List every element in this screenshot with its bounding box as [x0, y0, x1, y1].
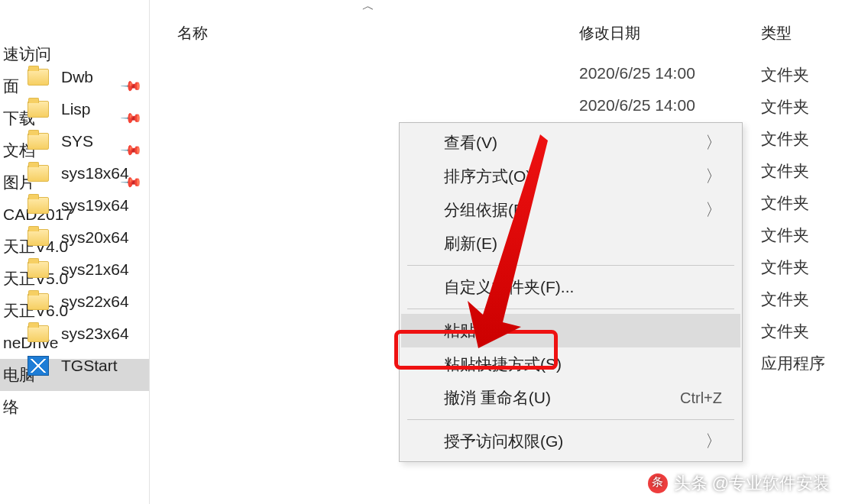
menu-item-label: 分组依据(P)	[444, 199, 529, 221]
menu-item[interactable]: 撤消 重命名(U)Ctrl+Z	[401, 381, 740, 415]
file-name: sys21x64	[61, 260, 129, 279]
file-name: SYS	[61, 132, 93, 150]
menu-item[interactable]: 排序方式(O)〉	[401, 160, 740, 193]
file-name: sys20x64	[61, 228, 129, 247]
file-date: 2020/6/25 14:00	[579, 64, 695, 82]
file-name: sys22x64	[61, 292, 129, 311]
sidebar-item[interactable]: 络	[0, 391, 149, 423]
file-row[interactable]: Lisp	[28, 93, 842, 125]
chevron-right-icon: 〉	[705, 165, 722, 188]
column-header-name[interactable]: 名称	[177, 23, 208, 44]
application-icon	[28, 356, 49, 376]
file-type: 文件夹	[761, 257, 809, 278]
watermark-text: 头条 @专业软件安装	[674, 472, 830, 495]
menu-item-label: 刷新(E)	[444, 233, 497, 254]
file-type: 文件夹	[761, 128, 809, 150]
file-type: 文件夹	[761, 64, 809, 86]
toutiao-logo-icon	[648, 473, 668, 493]
folder-icon	[28, 325, 49, 342]
file-type: 文件夹	[761, 96, 809, 118]
folder-icon	[28, 293, 49, 310]
file-type: 文件夹	[761, 289, 809, 310]
folder-icon	[28, 229, 49, 246]
folder-icon	[28, 133, 49, 150]
menu-item[interactable]: 分组依据(P)〉	[401, 193, 740, 227]
menu-item-label: 粘贴快捷方式(S)	[444, 354, 562, 375]
menu-item-shortcut: Ctrl+Z	[680, 389, 722, 407]
file-name: Dwb	[61, 68, 93, 86]
chevron-right-icon: 〉	[705, 131, 722, 154]
file-name: sys19x64	[61, 196, 129, 215]
menu-item[interactable]: 刷新(E)	[401, 227, 740, 260]
folder-icon	[28, 261, 49, 278]
menu-item[interactable]: 粘贴快捷方式(S)	[401, 347, 740, 381]
file-name: sys23x64	[61, 325, 129, 343]
folder-icon	[28, 197, 49, 214]
menu-separator	[407, 419, 734, 420]
file-date: 2020/6/25 14:00	[579, 96, 695, 115]
sidebar-item-label: 络	[3, 396, 19, 418]
chevron-right-icon: 〉	[705, 199, 722, 221]
folder-icon	[28, 101, 49, 118]
menu-separator	[407, 265, 734, 266]
folder-icon	[28, 69, 49, 86]
sidebar-item-label: 面	[3, 76, 19, 97]
watermark: 头条 @专业软件安装	[648, 472, 830, 495]
menu-item[interactable]: 查看(V)〉	[401, 126, 740, 160]
chevron-right-icon: 〉	[705, 430, 722, 453]
menu-item[interactable]: 授予访问权限(G)〉	[401, 425, 740, 458]
file-name: sys18x64	[61, 164, 129, 183]
file-type: 文件夹	[761, 160, 809, 182]
file-type: 文件夹	[761, 321, 809, 342]
context-menu: 查看(V)〉排序方式(O)〉分组依据(P)〉刷新(E)自定义文件夹(F)...粘…	[399, 122, 743, 462]
menu-item-label: 授予访问权限(G)	[444, 431, 563, 452]
menu-item-label: 排序方式(O)	[444, 166, 531, 187]
file-name: TGStart	[61, 357, 118, 375]
menu-item[interactable]: 自定义文件夹(F)...	[401, 270, 740, 304]
column-header-date[interactable]: 修改日期	[579, 23, 640, 44]
menu-item-label: 撤消 重命名(U)	[444, 387, 551, 409]
menu-separator	[407, 309, 734, 309]
file-name: Lisp	[61, 100, 91, 118]
menu-item-label: 粘贴(P)	[444, 320, 497, 341]
menu-item-label: 自定义文件夹(F)...	[444, 276, 574, 298]
file-row[interactable]: Dwb	[28, 61, 842, 93]
sort-indicator-icon: ︿	[362, 0, 374, 15]
column-header-type[interactable]: 类型	[761, 23, 792, 44]
file-type: 文件夹	[761, 225, 809, 246]
file-type: 应用程序	[761, 353, 825, 374]
folder-icon	[28, 165, 49, 182]
menu-item-label: 查看(V)	[444, 132, 497, 153]
file-type: 文件夹	[761, 192, 809, 214]
menu-item[interactable]: 粘贴(P)	[401, 314, 740, 347]
